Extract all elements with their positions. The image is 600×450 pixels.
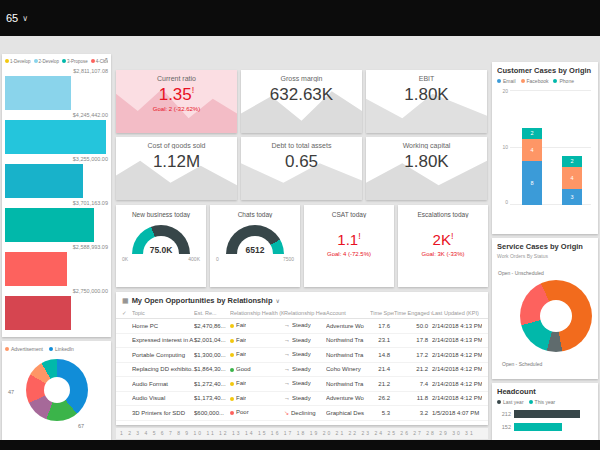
table-row[interactable]: Audio Visual $1,173,40... Fair →Steady A… [116,392,488,407]
kpi-value: 0.65 [241,152,362,172]
focus-mode-icon[interactable]: ↗ [102,56,108,64]
cell-topic: Portable Computing [132,352,194,358]
legend-label: 2-Develop [39,59,60,64]
kpi-card-current-ratio[interactable]: Current ratio 1.35! Goal: 2 (-32.62%) [116,70,237,133]
gridline [510,90,591,91]
cell-trend: ↘Declining [284,409,326,417]
headcount-card[interactable]: Headcount Last year This year 212 152 [492,383,598,440]
stacked-bar[interactable]: 2 4 3 [562,156,582,205]
legend-item[interactable]: LinkedIn [49,346,74,352]
bar-segment-email[interactable]: 8 [522,161,542,205]
column-header[interactable]: Last Updated (KPI) [432,310,482,316]
legend-item[interactable]: Advertisement [5,346,43,352]
customer-cases-card[interactable]: Customer Cases by Origin Email Facebook … [492,62,598,234]
gauge-title: New business today [116,211,206,218]
funnel-bar[interactable] [5,120,106,154]
trend-arrow-icon: → [284,322,290,328]
legend-item[interactable]: Last year [497,399,524,405]
legend-dot-icon [553,79,557,83]
column-header[interactable]: Relationship Healt... [284,310,326,316]
kpi-title: Escalations today [398,211,488,218]
table-title: My Open Opportunities by Relationship [132,296,273,305]
table-title-row[interactable]: ▦ My Open Opportunities by Relationship … [116,292,488,307]
cell-health: Good [230,366,284,373]
cell-health: Fair [230,351,284,358]
column-header[interactable]: Account [326,310,370,316]
gauge-card-chats[interactable]: Chats today 6512 0 7500 [210,205,300,287]
cell-last-updated: 2/14/2018 4:13 PM [432,323,482,329]
gauge-arc: 6512 [226,225,284,254]
chart-legend: Last year This year [497,399,593,405]
kpi-value: 2K! [398,231,488,248]
cell-topic: Expressed interest in A... [132,337,194,343]
gauge-card-new-business[interactable]: New business today 75.0K 0K 400K [116,205,206,287]
legend-item[interactable]: Email [497,78,516,84]
kpi-card-working-capital[interactable]: Working capital 1.80K [366,137,487,200]
bar-last-year[interactable] [514,410,580,418]
legend-label: Last year [503,399,524,405]
legend-item[interactable]: Phone [553,78,573,84]
chart-title: Headcount [497,387,593,396]
cell-time-engaged: 17.8 [394,337,432,343]
funnel-bar[interactable] [5,164,83,198]
kpi-title: Current ratio [116,75,237,82]
sales-funnel-card[interactable]: 1-Develop 2-Develop 3-Propose 4-Close ↗ … [2,54,111,337]
bar-segment-facebook[interactable]: 4 [562,167,582,189]
table-row[interactable]: Expressed interest in A... $2,001,04... … [116,334,488,349]
column-header[interactable]: Topic [132,310,194,316]
funnel-bar[interactable] [5,252,67,286]
kpi-card-debt-to-assets[interactable]: Debt to total assets 0.65 [241,137,362,200]
cell-account: Adventure Wo [326,323,370,329]
legend-item[interactable]: 1-Develop [5,59,31,64]
table-row[interactable]: 3D Printers for SDD $600,000... Poor ↘De… [116,406,488,421]
environment-dropdown[interactable]: 65 ∨ [6,12,28,24]
funnel-bar[interactable] [5,296,71,330]
kpi-card-gross-margin[interactable]: Gross margin 632.63K [241,70,362,133]
bottom-taskbar [0,440,600,450]
chevron-down-icon: ∨ [22,14,28,23]
cell-est-revenue: $1,300,00... [194,352,230,358]
kpi-card-ebit[interactable]: EBIT 1.80K [366,70,487,133]
cell-last-updated: 2/14/2018 4:13 PM [432,337,482,343]
bar-segment-email[interactable]: 3 [562,189,582,205]
donut-hole [540,300,572,332]
table-row[interactable]: Home PC $2,470,86... Fair →Steady Advent… [116,319,488,334]
bar-this-year[interactable] [514,423,562,431]
funnel-bar[interactable] [5,208,94,242]
cell-time-engaged: 50.0 [394,323,432,329]
kpi-card-cogs[interactable]: Cost of goods sold 1.12M [116,137,237,200]
cell-health: Fair [230,322,284,329]
table-row[interactable]: Audio Format $1,272,40... Fair →Steady N… [116,377,488,392]
legend-item[interactable]: 2-Develop [34,59,60,64]
bar-segment-phone[interactable]: 2 [522,128,542,139]
table-row[interactable]: Replacing DD exhibito... $1,864,30... Go… [116,363,488,378]
column-header[interactable]: Est. Re... [194,310,230,316]
funnel-bar[interactable] [5,76,71,110]
column-header[interactable]: Time Engaged with C... [394,310,432,316]
service-cases-card[interactable]: Service Cases by Origin Work Orders By S… [492,238,598,379]
bar-segment-phone[interactable]: 2 [562,156,582,167]
service-cases-donut[interactable] [520,280,592,352]
column-header[interactable]: Time Spent (p... [370,310,394,316]
bar-segment-facebook[interactable]: 4 [522,139,542,161]
table-row[interactable]: Portable Computing $1,300,00... Fair →St… [116,348,488,363]
page-number-strip[interactable]: 1 2 3 4 5 6 7 8 9 10 11 12 13 14 15 16 1… [116,428,488,439]
cell-topic: Home PC [132,323,194,329]
select-column-icon[interactable]: ✓ [122,310,132,316]
cell-est-revenue: $2,470,86... [194,323,230,329]
legend-item[interactable]: This year [529,399,556,405]
y-axis-tick: 20 [498,88,508,94]
legend-item[interactable]: 3-Propose [62,59,88,64]
column-header[interactable]: Relationship Health (KPI) [230,310,284,316]
cell-time-engaged: 17.2 [394,352,432,358]
lead-source-card[interactable]: Advertisement LinkedIn 47 67 [2,341,111,440]
health-dot-icon [230,397,234,401]
chevron-down-icon[interactable]: ∨ [275,297,279,304]
kpi-card-escalations[interactable]: Escalations today 2K! Goal: 3K (-33%) [398,205,488,287]
lead-source-donut[interactable] [26,359,88,421]
legend-item[interactable]: Facebook [521,78,549,84]
chart-title: Customer Cases by Origin [497,66,593,75]
gauge-value: 75.0K [132,245,190,255]
stacked-bar[interactable]: 2 4 8 [522,128,542,205]
kpi-card-csat[interactable]: CSAT today 1.1! Goal: 4 (-72.5%) [304,205,394,287]
